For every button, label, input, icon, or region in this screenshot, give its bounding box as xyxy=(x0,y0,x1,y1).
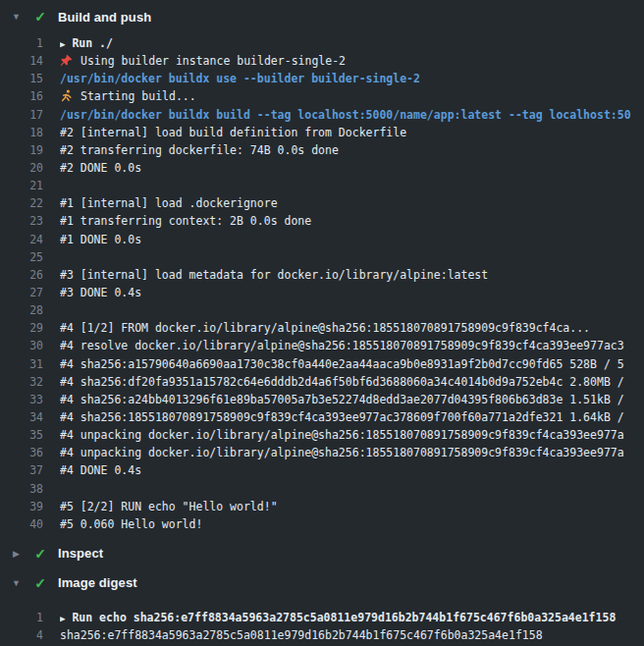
section-header-inspect[interactable]: ▶ ✓ Inspect xyxy=(0,539,644,568)
log-text: #3 [internal] load metadata for docker.i… xyxy=(60,266,644,284)
section-header-image-digest[interactable]: ▼ ✓ Image digest xyxy=(0,568,644,598)
log-line: 37#4 DONE 0.4s xyxy=(0,461,644,479)
log-line: 14Using builder instance builder-single-… xyxy=(0,52,644,70)
line-number[interactable]: 15 xyxy=(0,70,43,87)
log-text: #2 DONE 0.0s xyxy=(60,159,644,177)
log-text: /usr/bin/docker buildx use --builder bui… xyxy=(60,70,644,87)
log-line: 1▶Run echo sha256:e7ff8834a5963a2785c5a0… xyxy=(0,609,644,626)
line-number[interactable]: 27 xyxy=(0,284,43,301)
log-text: #4 sha256:a15790640a6690aa1730c38cf0a440… xyxy=(60,355,644,373)
log-text: #5 [2/2] RUN echo "Hello world!" xyxy=(60,498,644,515)
log-text: #5 0.060 Hello world! xyxy=(60,515,644,533)
log-line: 15/usr/bin/docker buildx use --builder b… xyxy=(0,70,644,87)
log-text: #2 transferring dockerfile: 74B 0.0s don… xyxy=(60,141,644,159)
log-text: #4 [1/2] FROM docker.io/library/alpine@s… xyxy=(60,319,644,337)
log-text: #4 resolve docker.io/library/alpine@sha2… xyxy=(60,337,644,354)
line-number[interactable]: 16 xyxy=(0,87,43,105)
log-line: 20#2 DONE 0.0s xyxy=(0,159,644,177)
log-line: 38 xyxy=(0,480,644,498)
line-number[interactable]: 30 xyxy=(0,337,43,354)
chevron-down-icon[interactable]: ▼ xyxy=(9,2,24,31)
line-number[interactable]: 29 xyxy=(0,319,43,337)
log-line: 22#1 [internal] load .dockerignore xyxy=(0,194,644,212)
expand-log-group-icon[interactable]: ▶ xyxy=(60,39,65,49)
line-number[interactable]: 22 xyxy=(0,194,43,212)
log-line: 27#3 DONE 0.4s xyxy=(0,284,644,301)
line-number[interactable]: 39 xyxy=(0,498,43,515)
line-number[interactable]: 35 xyxy=(0,426,43,444)
success-check-icon: ✓ xyxy=(32,9,48,25)
log-line: 40#5 0.060 Hello world! xyxy=(0,515,644,533)
line-number[interactable]: 21 xyxy=(0,177,43,194)
line-number[interactable]: 37 xyxy=(0,461,43,479)
log-line: 23#1 transferring context: 2B 0.0s done xyxy=(0,212,644,230)
log-line: 28 xyxy=(0,301,644,319)
section-header-build-and-push[interactable]: ▼ ✓ Build and push xyxy=(0,2,644,31)
log-text: ▶Run ./ xyxy=(60,34,644,52)
line-number[interactable]: 14 xyxy=(0,52,43,70)
runner-icon xyxy=(60,89,73,102)
log-line: 35#4 unpacking docker.io/library/alpine@… xyxy=(0,426,644,444)
log-text xyxy=(60,301,644,319)
log-line: 33#4 sha256:a24bb4013296f61e89ba57005a7b… xyxy=(0,391,644,408)
line-number[interactable]: 25 xyxy=(0,248,43,266)
log-text xyxy=(60,480,644,498)
line-number[interactable]: 1 xyxy=(0,609,43,626)
log-text: #4 DONE 0.4s xyxy=(60,461,644,479)
line-number[interactable]: 34 xyxy=(0,408,43,426)
line-number[interactable]: 33 xyxy=(0,391,43,408)
log-text: #3 DONE 0.4s xyxy=(60,284,644,301)
log-line: 1▶Run ./ xyxy=(0,34,644,52)
line-number[interactable]: 40 xyxy=(0,515,43,533)
line-number[interactable]: 24 xyxy=(0,231,43,248)
log-line: 30#4 resolve docker.io/library/alpine@sh… xyxy=(0,337,644,354)
log-text: #1 DONE 0.0s xyxy=(60,231,644,248)
log-line: 36#4 unpacking docker.io/library/alpine@… xyxy=(0,444,644,461)
log-text: #4 unpacking docker.io/library/alpine@sh… xyxy=(60,426,644,444)
line-number[interactable]: 17 xyxy=(0,106,43,124)
line-number[interactable]: 1 xyxy=(0,34,43,52)
log-lines-image-digest: 1▶Run echo sha256:e7ff8834a5963a2785c5a0… xyxy=(0,598,644,646)
log-text: sha256:e7ff8834a5963a2785c5a0811e979d16b… xyxy=(60,626,644,644)
log-line: 34#4 sha256:185518070891758909c9f839cf4c… xyxy=(0,408,644,426)
success-check-icon: ✓ xyxy=(32,575,48,591)
section-title: Inspect xyxy=(58,546,103,561)
chevron-right-icon[interactable]: ▶ xyxy=(9,539,24,568)
log-text xyxy=(60,248,644,266)
log-line: 18#2 [internal] load build definition fr… xyxy=(0,124,644,141)
log-text: #4 sha256:a24bb4013296f61e89ba57005a7b3e… xyxy=(60,391,644,408)
line-number[interactable]: 4 xyxy=(0,626,43,644)
line-number[interactable]: 32 xyxy=(0,373,43,391)
log-text: #4 unpacking docker.io/library/alpine@sh… xyxy=(60,444,644,461)
log-text: Starting build... xyxy=(60,87,644,105)
log-line: 4sha256:e7ff8834a5963a2785c5a0811e979d16… xyxy=(0,626,644,644)
line-number[interactable]: 31 xyxy=(0,355,43,373)
log-text: ▶Run echo sha256:e7ff8834a5963a2785c5a08… xyxy=(60,609,644,626)
log-line: 29#4 [1/2] FROM docker.io/library/alpine… xyxy=(0,319,644,337)
log-text: #4 sha256:185518070891758909c9f839cf4ca3… xyxy=(60,408,644,426)
section-title: Build and push xyxy=(58,10,151,25)
log-text: /usr/bin/docker buildx build --tag local… xyxy=(60,106,644,124)
log-text xyxy=(60,177,644,194)
log-text: Using builder instance builder-single-2 xyxy=(60,52,644,70)
line-number[interactable]: 19 xyxy=(0,141,43,159)
line-number[interactable]: 28 xyxy=(0,301,43,319)
line-number[interactable]: 36 xyxy=(0,444,43,461)
line-number[interactable]: 23 xyxy=(0,212,43,230)
log-text: #2 [internal] load build definition from… xyxy=(60,124,644,141)
expand-log-group-icon[interactable]: ▶ xyxy=(60,614,65,623)
line-number[interactable]: 26 xyxy=(0,266,43,284)
success-check-icon: ✓ xyxy=(32,546,48,562)
actions-log-viewer: ▼ ✓ Build and push 1▶Run ./14Using build… xyxy=(0,0,644,646)
chevron-down-icon[interactable]: ▼ xyxy=(9,568,24,598)
line-number[interactable]: 38 xyxy=(0,480,43,498)
log-lines-build-and-push: 1▶Run ./14Using builder instance builder… xyxy=(0,31,644,539)
log-text: #4 sha256:df20fa9351a15782c64e6dddb2d4a6… xyxy=(60,373,644,391)
line-number[interactable]: 18 xyxy=(0,124,43,141)
line-number[interactable]: 20 xyxy=(0,159,43,177)
log-line: 39#5 [2/2] RUN echo "Hello world!" xyxy=(0,498,644,515)
log-line: 24#1 DONE 0.0s xyxy=(0,231,644,248)
pushpin-icon xyxy=(60,54,73,67)
log-line: 31#4 sha256:a15790640a6690aa1730c38cf0a4… xyxy=(0,355,644,373)
log-line: 21 xyxy=(0,177,644,194)
